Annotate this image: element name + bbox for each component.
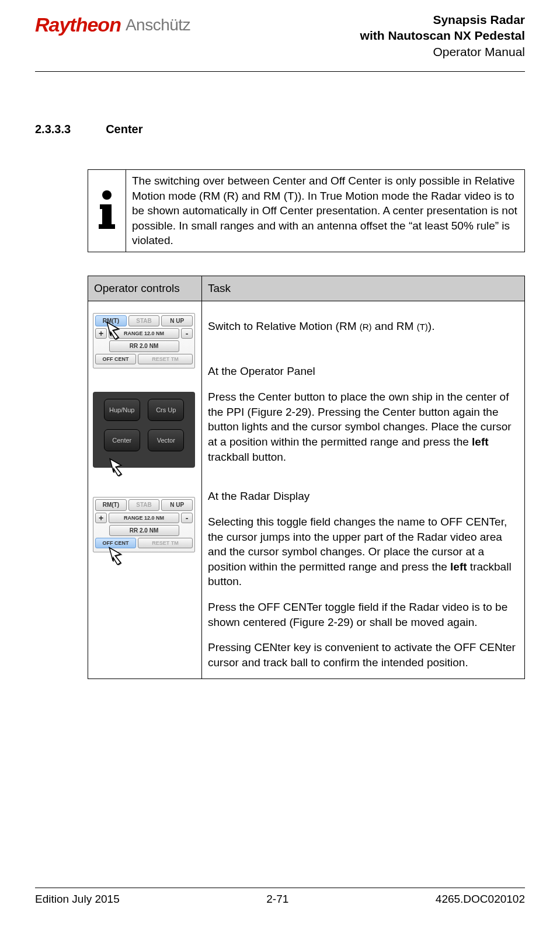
range-label: RANGE 12.0 NM xyxy=(109,513,179,523)
task-table: Operator controls Task RM(T) STAB N UP +… xyxy=(88,276,525,679)
task-p6: Press the OFF CENTer toggle field if the… xyxy=(208,600,519,629)
info-icon xyxy=(94,190,120,231)
nup-button[interactable]: N UP xyxy=(161,499,193,511)
brand-raytheon: Raytheon xyxy=(35,12,121,39)
header-rule xyxy=(35,71,525,72)
range-minus-button[interactable]: - xyxy=(181,513,193,523)
range-minus-button[interactable]: - xyxy=(181,328,193,339)
table-header-operator-controls: Operator controls xyxy=(88,276,202,301)
task-p5: Selecting this toggle field changes the … xyxy=(208,514,519,589)
svg-marker-1 xyxy=(107,319,121,339)
task-cell: Switch to Relative Motion (RM (R) and RM… xyxy=(202,301,525,679)
task-p2: At the Operator Panel xyxy=(208,364,519,379)
page-footer: Edition July 2015 2-71 4265.DOC020102 xyxy=(35,892,525,907)
task-p7: Pressing CENter key is convenient to act… xyxy=(208,640,519,670)
title-line-1: Synapsis Radar xyxy=(360,12,525,27)
svg-marker-3 xyxy=(109,545,123,565)
pointer-arrow-icon xyxy=(106,541,126,561)
footer-doc-number: 4265.DOC020102 xyxy=(436,892,525,907)
reset-tm-button[interactable]: RESET TM xyxy=(138,354,193,364)
center-button[interactable]: Center xyxy=(104,429,140,451)
svg-marker-2 xyxy=(110,457,124,476)
footer-rule xyxy=(35,888,525,888)
footer-page-number: 2-71 xyxy=(266,892,288,907)
task-p4: At the Radar Display xyxy=(208,489,519,504)
stab-button[interactable]: STAB xyxy=(128,315,160,327)
rr-button[interactable]: RR 2.0 NM xyxy=(109,340,179,352)
reset-tm-button[interactable]: RESET TM xyxy=(138,538,193,548)
info-text: The switching over between Center and Of… xyxy=(126,170,524,252)
section-title: Center xyxy=(106,121,142,137)
svg-point-0 xyxy=(102,190,112,200)
section-number: 2.3.3.3 xyxy=(35,121,71,137)
radar-display-panel-2: RM(T) STAB N UP + RANGE 12.0 NM - RR 2.0… xyxy=(93,497,195,552)
brand-anschutz: Anschütz xyxy=(126,14,190,36)
info-icon-cell xyxy=(88,170,126,252)
operator-panel: Hup/Nup Crs Up Center Vector xyxy=(93,392,195,468)
table-header-task: Task xyxy=(202,276,525,301)
pointer-arrow-icon xyxy=(104,316,124,336)
logo: Raytheon Anschütz xyxy=(35,12,190,39)
off-cent-button[interactable]: OFF CENT xyxy=(95,354,136,364)
operator-controls-cell: RM(T) STAB N UP + RANGE 12.0 NM - RR 2.0… xyxy=(88,301,202,679)
hup-nup-button[interactable]: Hup/Nup xyxy=(104,399,140,421)
pointer-arrow-icon xyxy=(107,453,127,472)
radar-display-panel-1: RM(T) STAB N UP + RANGE 12.0 NM - RR 2.0… xyxy=(93,313,195,368)
title-line-2: with Nautoscan NX Pedestal xyxy=(360,27,525,43)
section-heading: 2.3.3.3 Center xyxy=(35,121,525,137)
footer-edition: Edition July 2015 xyxy=(35,892,120,907)
vector-button[interactable]: Vector xyxy=(148,429,184,451)
title-line-3: Operator Manual xyxy=(360,44,525,60)
rr-button[interactable]: RR 2.0 NM xyxy=(109,525,179,537)
nup-button[interactable]: N UP xyxy=(161,315,193,327)
task-p1: Switch to Relative Motion (RM (R) and RM… xyxy=(208,319,519,334)
info-box: The switching over between Center and Of… xyxy=(88,169,525,252)
rm-button[interactable]: RM(T) xyxy=(95,499,127,511)
crs-up-button[interactable]: Crs Up xyxy=(148,399,184,421)
range-plus-button[interactable]: + xyxy=(95,513,107,523)
document-title: Synapsis Radar with Nautoscan NX Pedesta… xyxy=(360,12,525,60)
stab-button[interactable]: STAB xyxy=(128,499,160,511)
page-header: Raytheon Anschütz Synapsis Radar with Na… xyxy=(35,12,525,65)
task-p3: Press the Center button to place the own… xyxy=(208,389,519,464)
